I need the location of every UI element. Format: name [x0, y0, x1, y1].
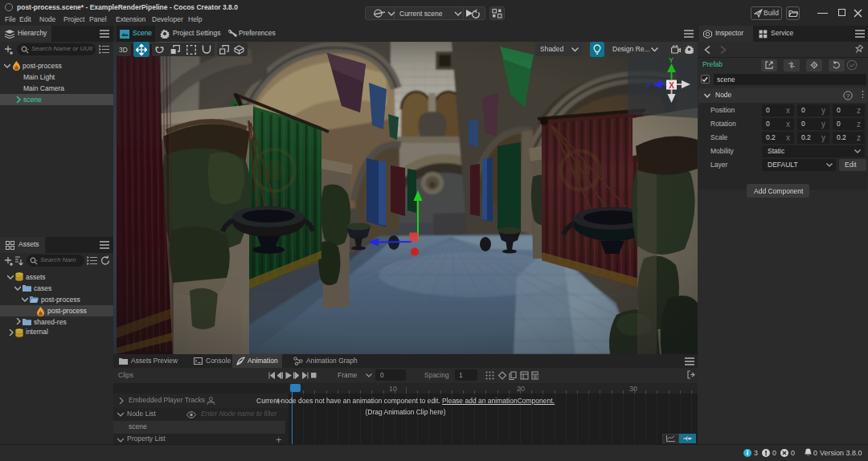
- svg-text:Z: Z: [646, 81, 650, 88]
- svg-text:X: X: [669, 81, 674, 90]
- svg-text:Y: Y: [669, 56, 674, 64]
- svg-text:?: ?: [846, 92, 850, 100]
